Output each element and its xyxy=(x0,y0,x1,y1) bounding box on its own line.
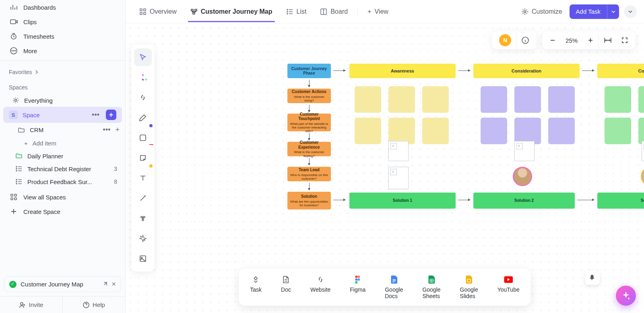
sticky-note[interactable] xyxy=(605,118,631,144)
tool-pointer[interactable] xyxy=(134,48,152,66)
add-task-dropdown[interactable] xyxy=(607,4,619,19)
sticky-note[interactable] xyxy=(638,118,644,144)
row-experience[interactable]: Customer ExperienceWhat is the customer … xyxy=(287,142,331,156)
zoom-level[interactable]: 25% xyxy=(561,31,582,49)
sidebar-item-space[interactable]: S Space ••• + xyxy=(3,107,122,123)
tool-sticky[interactable] xyxy=(134,149,152,167)
tab-overview[interactable]: Overview xyxy=(133,2,183,22)
phase-awareness[interactable]: Awareness xyxy=(349,64,456,78)
avatar-image[interactable] xyxy=(641,167,644,186)
solution-1[interactable]: Solution 1 xyxy=(349,193,456,209)
tool-shape[interactable] xyxy=(134,129,152,147)
tool-connector[interactable] xyxy=(134,89,152,106)
fullscreen-button[interactable] xyxy=(617,31,633,49)
row-touchpoint[interactable]: Customer TouchpointWhat part of the webs… xyxy=(287,114,331,131)
tool-text[interactable] xyxy=(134,169,152,187)
sticky-note[interactable] xyxy=(638,86,644,113)
sticky-note[interactable] xyxy=(548,86,575,113)
nav-dashboards[interactable]: Dashboards xyxy=(0,0,125,15)
tool-template[interactable] xyxy=(134,209,152,227)
customize-button[interactable]: Customize xyxy=(515,2,569,22)
image-placeholder[interactable] xyxy=(514,141,535,161)
user-avatar[interactable]: N xyxy=(494,31,516,49)
solution-3[interactable]: Solution 3 xyxy=(597,193,644,209)
sticky-note[interactable] xyxy=(481,86,507,113)
row-teamlead[interactable]: Team LeadWho is responsible on this cust… xyxy=(287,167,331,181)
sticky-note[interactable] xyxy=(481,118,507,144)
space-menu-button[interactable]: ••• xyxy=(90,111,101,119)
board-icon xyxy=(320,8,327,15)
sticky-note[interactable] xyxy=(514,86,541,113)
image-placeholder[interactable] xyxy=(388,141,409,161)
svg-point-5 xyxy=(15,50,16,51)
open-item-pill[interactable]: Customer Journey Map × xyxy=(4,276,121,292)
sidebar-view-all-spaces[interactable]: View all Spaces xyxy=(0,190,125,204)
favorites-header[interactable]: Favorites xyxy=(0,63,125,79)
sticky-note[interactable] xyxy=(548,118,575,144)
solution-2[interactable]: Solution 2 xyxy=(473,193,575,209)
image-placeholder[interactable] xyxy=(642,141,644,161)
row-solution[interactable]: SolutionWhat are the opportunities for b… xyxy=(287,192,331,209)
sidebar-item-product-feedback[interactable]: Product Feedback Sur... 8 xyxy=(0,175,125,188)
sticky-note[interactable] xyxy=(514,118,541,144)
fit-width-button[interactable] xyxy=(599,31,617,49)
avatar-image[interactable] xyxy=(513,167,532,186)
svg-point-28 xyxy=(287,13,288,14)
row-actions[interactable]: Customer ActionsWhat is the customer doi… xyxy=(287,89,331,103)
collapse-button[interactable] xyxy=(624,5,637,18)
info-button[interactable] xyxy=(516,31,534,49)
sticky-note[interactable] xyxy=(355,118,381,144)
sidebar-item-daily-planner[interactable]: Daily Planner xyxy=(0,149,125,162)
dock-website[interactable]: Website xyxy=(302,273,339,302)
crm-menu-button[interactable]: ••• xyxy=(103,126,111,134)
image-placeholder[interactable] xyxy=(388,167,409,189)
tool-magic[interactable] xyxy=(134,230,152,247)
phase-conversion[interactable]: Conversion xyxy=(597,64,644,78)
sticky-note[interactable] xyxy=(605,86,631,113)
pin-button[interactable] xyxy=(585,270,600,285)
sidebar-item-everything[interactable]: Everything xyxy=(3,94,122,107)
sticky-note[interactable] xyxy=(388,86,415,113)
sidebar-item-technical-debt[interactable]: Technical Debt Register 3 xyxy=(0,162,125,175)
nav-clips[interactable]: Clips xyxy=(0,15,125,29)
dock-task[interactable]: Task xyxy=(242,273,270,302)
sticky-note[interactable] xyxy=(355,86,381,113)
tab-board[interactable]: Board xyxy=(314,2,354,22)
spaces-header[interactable]: Spaces xyxy=(0,79,125,94)
dock-figma[interactable]: Figma xyxy=(342,273,374,302)
sticky-note[interactable] xyxy=(422,86,449,113)
crm-add-button[interactable]: + xyxy=(115,126,120,134)
open-external-icon[interactable] xyxy=(102,282,107,287)
tab-journey-map[interactable]: Customer Journey Map xyxy=(184,2,279,22)
dock-doc[interactable]: Doc xyxy=(273,273,299,302)
sidebar-item-crm[interactable]: CRM ••• + xyxy=(0,123,125,137)
whiteboard-canvas[interactable]: + N 25% xyxy=(126,23,644,313)
close-icon[interactable]: × xyxy=(111,280,116,288)
nav-more[interactable]: More xyxy=(0,44,125,58)
tool-ai[interactable]: + xyxy=(134,68,152,86)
add-view-button[interactable]: +View xyxy=(361,2,395,22)
sticky-note[interactable] xyxy=(422,118,449,144)
tool-pen[interactable] xyxy=(134,109,152,126)
help-button[interactable]: Help xyxy=(62,296,125,313)
sidebar-add-item[interactable]: + Add item xyxy=(0,137,125,149)
sticky-note[interactable] xyxy=(388,118,415,144)
phase-header-title[interactable]: Customer Journey Phase xyxy=(287,64,331,78)
phase-consideration[interactable]: Consideration xyxy=(473,64,580,78)
sidebar-create-space[interactable]: Create Space xyxy=(0,204,125,219)
dock-gsheets[interactable]: Google Sheets xyxy=(414,273,448,302)
add-task-button[interactable]: Add Task xyxy=(570,4,619,19)
ai-fab[interactable] xyxy=(616,286,636,306)
invite-button[interactable]: Invite xyxy=(0,296,62,313)
dock-gdocs[interactable]: Google Docs xyxy=(377,273,411,302)
nav-timesheets[interactable]: Timesheets xyxy=(0,29,125,44)
zoom-out-button[interactable] xyxy=(545,31,561,49)
tab-list[interactable]: List xyxy=(280,2,313,22)
svg-point-17 xyxy=(21,303,23,305)
space-add-button[interactable]: + xyxy=(106,110,116,120)
zoom-in-button[interactable] xyxy=(582,31,599,49)
tool-line[interactable] xyxy=(134,189,152,207)
dock-gslides[interactable]: Google Slides xyxy=(452,273,486,302)
dock-youtube[interactable]: YouTube xyxy=(489,273,528,302)
tool-image[interactable] xyxy=(134,250,152,267)
